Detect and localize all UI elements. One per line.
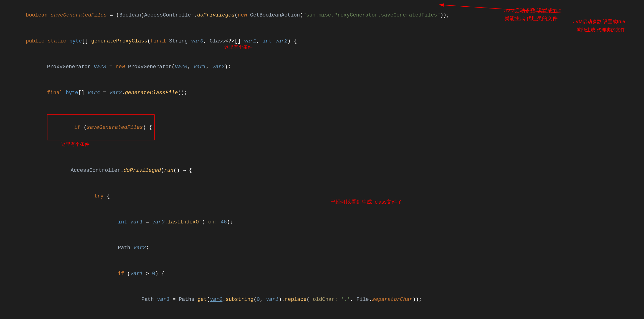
- code-line-3: ProxyGenerator var3 = new ProxyGenerator…: [0, 54, 644, 80]
- line-content-1: boolean saveGeneratedFiles = (Boolean)Ac…: [7, 3, 637, 28]
- code-editor: boolean saveGeneratedFiles = (Boolean)Ac…: [0, 0, 644, 319]
- line-content-8: int var1 = var0.lastIndexOf( ch: 46);: [99, 210, 637, 235]
- line-content-11: Path var3 = Paths.get(var0.substring(0, …: [123, 287, 637, 312]
- condition-annotation: 这里有个条件: [61, 142, 90, 147]
- line-content-9: Path var2;: [99, 236, 637, 260]
- code-line-8: int var1 = var0.lastIndexOf( ch: 46);: [0, 209, 644, 235]
- code-line-9: Path var2;: [0, 235, 644, 261]
- code-line-5: if (saveGeneratedFiles) { 这里有个条件: [0, 106, 644, 158]
- line-content-12: Files.createDirectories(var3);: [123, 313, 637, 319]
- line-content-3: ProxyGenerator var3 = new ProxyGenerator…: [28, 54, 637, 80]
- line-content-4: final byte[] var4 = var3.generateClassFi…: [28, 80, 637, 106]
- code-line-2: public static byte[] generateProxyClass(…: [0, 28, 644, 54]
- line-content-5: if (saveGeneratedFiles) { 这里有个条件: [28, 106, 637, 157]
- code-line-4: final byte[] var4 = var3.generateClassFi…: [0, 80, 644, 106]
- line-content-6: AccessController.doPrivileged(run() → {: [52, 158, 637, 183]
- code-line-7: try {: [0, 183, 644, 209]
- code-line-6: AccessController.doPrivileged(run() → {: [0, 158, 644, 183]
- line-content-10: if (var1 > 0) {: [99, 262, 637, 286]
- code-line-12: Files.createDirectories(var3);: [0, 313, 644, 319]
- code-line-11: Path var3 = Paths.get(var0.substring(0, …: [0, 287, 644, 313]
- code-line-1: boolean saveGeneratedFiles = (Boolean)Ac…: [0, 2, 644, 28]
- line-content-7: try {: [76, 184, 637, 209]
- line-content-2: public static byte[] generateProxyClass(…: [7, 29, 637, 54]
- code-line-10: if (var1 > 0) {: [0, 261, 644, 287]
